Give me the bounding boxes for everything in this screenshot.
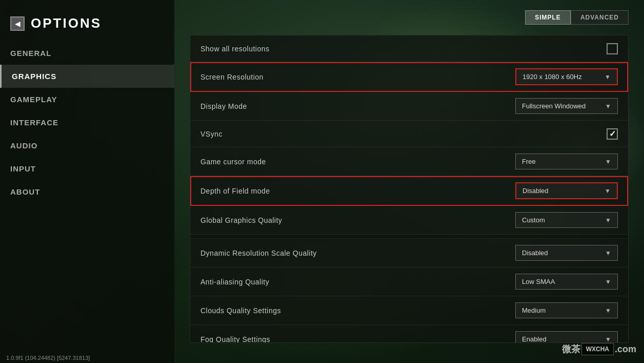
label-anti-aliasing-quality: Anti-aliasing Quality [200,278,269,286]
sidebar-item-gameplay[interactable]: GAMEPLAY [0,88,174,111]
dropdown-anti-aliasing-quality-value: Low SMAA [522,278,555,285]
control-clouds-quality-settings: Medium ▼ [515,302,618,318]
status-text: 1.0.9f1 (104.24482) [5247.31813] [6,355,90,361]
setting-global-graphics-quality: Global Graphics Quality Custom ▼ [190,206,628,235]
label-clouds-quality-settings: Clouds Quality Settings [200,307,281,315]
tab-bar: SIMPLE ADVANCED [190,10,629,25]
dropdown-dynamic-resolution-scale-quality-value: Disabled [522,249,548,257]
dropdown-fog-quality-settings-value: Enabled [522,335,547,343]
label-fog-quality-settings: Fog Quality Settings [200,335,270,343]
back-icon: ◀ [15,20,21,28]
setting-clouds-quality-settings: Clouds Quality Settings Medium ▼ [190,296,628,325]
label-dynamic-resolution-scale-quality: Dynamic Resolution Scale Quality [200,249,317,257]
dropdown-depth-of-field-mode[interactable]: Disabled ▼ [515,182,618,199]
dropdown-depth-of-field-mode-value: Disabled [522,187,549,195]
label-depth-of-field-mode: Depth of Field mode [200,187,270,195]
dropdown-global-graphics-quality-value: Custom [522,216,545,224]
label-screen-resolution: Screen Resolution [200,73,264,81]
control-game-cursor-mode: Free ▼ [515,154,618,169]
status-bar: 1.0.9f1 (104.24482) [5247.31813] [0,353,644,363]
control-show-all-resolutions [515,43,618,54]
dropdown-fog-quality-settings[interactable]: Enabled ▼ [515,331,618,343]
content-area: SIMPLE ADVANCED Show all resolutions Scr… [174,0,644,363]
control-anti-aliasing-quality: Low SMAA ▼ [515,274,618,290]
setting-display-mode: Display Mode Fullscreen Windowed ▼ [190,92,628,121]
control-vsync [515,128,618,140]
watermark-text: 微茶 [562,343,580,355]
label-global-graphics-quality: Global Graphics Quality [200,216,282,224]
dropdown-display-mode[interactable]: Fullscreen Windowed ▼ [515,98,618,114]
setting-depth-of-field-mode: Depth of Field mode Disabled ▼ [190,176,628,206]
control-global-graphics-quality: Custom ▼ [515,212,618,228]
tab-advanced[interactable]: ADVANCED [571,10,629,25]
setting-game-cursor-mode: Game cursor mode Free ▼ [190,147,628,176]
dropdown-clouds-quality-settings-value: Medium [522,307,546,314]
control-depth-of-field-mode: Disabled ▼ [515,182,618,199]
dropdown-global-graphics-quality[interactable]: Custom ▼ [515,212,618,228]
dropdown-clouds-quality-settings-arrow: ▼ [605,307,611,314]
label-display-mode: Display Mode [200,102,247,110]
page-title: OPTIONS [31,15,102,31]
setting-vsync: VSync [190,121,628,147]
control-display-mode: Fullscreen Windowed ▼ [515,98,618,114]
settings-divider [190,235,628,239]
dropdown-dynamic-resolution-scale-quality-arrow: ▼ [605,250,611,257]
dropdown-dynamic-resolution-scale-quality[interactable]: Disabled ▼ [515,245,618,261]
main-container: ◀ OPTIONS GENERAL GRAPHICS GAMEPLAY INTE… [0,0,644,363]
dropdown-game-cursor-mode-arrow: ▼ [605,158,611,165]
label-show-all-resolutions: Show all resolutions [200,45,270,53]
control-dynamic-resolution-scale-quality: Disabled ▼ [515,245,618,261]
setting-show-all-resolutions: Show all resolutions [190,35,628,62]
title-bar: ◀ OPTIONS [0,10,174,42]
sidebar-item-about[interactable]: ABOUT [0,180,174,203]
dropdown-anti-aliasing-quality-arrow: ▼ [605,278,611,285]
setting-screen-resolution: Screen Resolution 1920 x 1080 x 60Hz ▼ [190,62,628,92]
dropdown-game-cursor-mode[interactable]: Free ▼ [515,154,618,169]
label-game-cursor-mode: Game cursor mode [200,158,266,166]
dropdown-screen-resolution-value: 1920 x 1080 x 60Hz [522,73,582,81]
watermark: 微茶 WXCHA .com [562,343,636,355]
setting-fog-quality-settings: Fog Quality Settings Enabled ▼ [190,325,628,343]
dropdown-screen-resolution[interactable]: 1920 x 1080 x 60Hz ▼ [515,68,618,85]
dropdown-anti-aliasing-quality[interactable]: Low SMAA ▼ [515,274,618,290]
dropdown-fog-quality-settings-arrow: ▼ [605,336,611,343]
tab-simple[interactable]: SIMPLE [525,10,571,25]
dropdown-depth-of-field-mode-arrow: ▼ [605,187,611,195]
sidebar-item-interface[interactable]: INTERFACE [0,111,174,134]
settings-panel: Show all resolutions Screen Resolution 1… [190,35,629,343]
control-fog-quality-settings: Enabled ▼ [515,331,618,343]
setting-dynamic-resolution-scale-quality: Dynamic Resolution Scale Quality Disable… [190,239,628,268]
watermark-suffix: .com [615,344,636,355]
dropdown-screen-resolution-arrow: ▼ [605,73,611,81]
watermark-sub: WXCHA [586,346,609,353]
back-button[interactable]: ◀ [10,16,25,31]
dropdown-game-cursor-mode-value: Free [522,158,536,165]
sidebar-item-graphics[interactable]: GRAPHICS [0,65,174,88]
sidebar-item-general[interactable]: GENERAL [0,42,174,65]
dropdown-clouds-quality-settings[interactable]: Medium ▼ [515,302,618,318]
label-vsync: VSync [200,130,223,138]
sidebar-item-audio[interactable]: AUDIO [0,134,174,157]
dropdown-display-mode-arrow: ▼ [605,103,611,110]
setting-anti-aliasing-quality: Anti-aliasing Quality Low SMAA ▼ [190,268,628,296]
dropdown-global-graphics-quality-arrow: ▼ [605,217,611,224]
sidebar-item-input[interactable]: INPUT [0,157,174,180]
checkbox-show-all-resolutions[interactable] [607,43,618,54]
sidebar: ◀ OPTIONS GENERAL GRAPHICS GAMEPLAY INTE… [0,0,174,363]
watermark-box: WXCHA [581,343,614,355]
checkbox-vsync[interactable] [607,128,618,140]
control-screen-resolution: 1920 x 1080 x 60Hz ▼ [515,68,618,85]
dropdown-display-mode-value: Fullscreen Windowed [522,102,586,110]
